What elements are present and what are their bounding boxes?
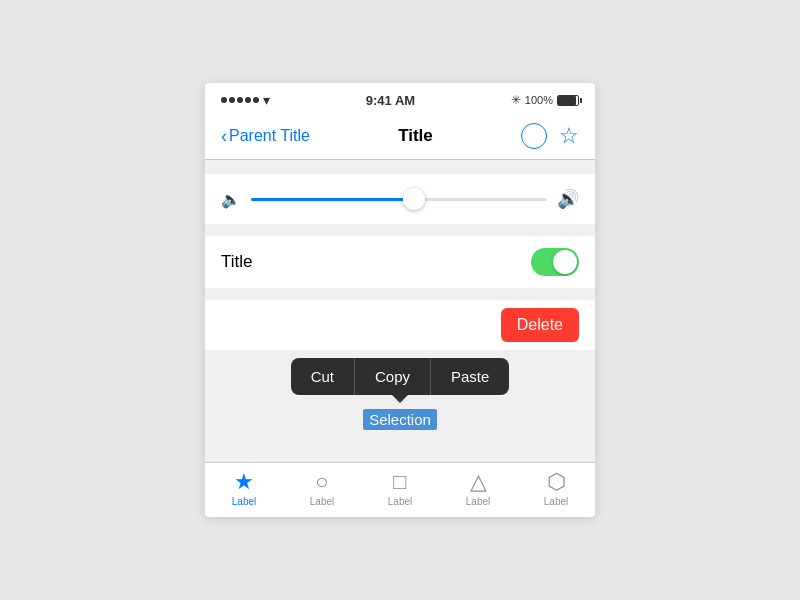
tab-item-4[interactable]: ⬡ Label [517, 471, 595, 507]
tab-icon-0: ★ [234, 471, 254, 493]
tab-label-1: Label [310, 496, 334, 507]
context-menu: Cut Copy Paste [291, 358, 510, 395]
nav-circle-button[interactable] [521, 123, 547, 149]
toggle-section: Title [205, 236, 595, 288]
slider-fill [251, 198, 414, 201]
slider-thumb[interactable] [403, 188, 425, 210]
phone-container: ▾ 9:41 AM ✳ 100% ‹ Parent Title Title ☆ … [205, 83, 595, 517]
tab-label-3: Label [466, 496, 490, 507]
tab-item-1[interactable]: ○ Label [283, 471, 361, 507]
tab-item-0[interactable]: ★ Label [205, 471, 283, 507]
volume-slider[interactable] [251, 189, 547, 209]
tab-icon-4: ⬡ [547, 471, 566, 493]
battery-icon [557, 95, 579, 106]
volume-max-icon: 🔊 [557, 188, 579, 210]
bluetooth-icon: ✳ [511, 93, 521, 107]
signal-dots [221, 97, 259, 103]
nav-star-button[interactable]: ☆ [559, 125, 579, 147]
nav-actions: ☆ [521, 123, 579, 149]
tab-icon-3: △ [470, 471, 487, 493]
status-right: ✳ 100% [511, 93, 579, 107]
status-bar: ▾ 9:41 AM ✳ 100% [205, 83, 595, 115]
status-left: ▾ [221, 92, 270, 108]
nav-back-label: Parent Title [229, 127, 310, 145]
content-area: 🔈 🔊 Title Delete [205, 160, 595, 462]
context-menu-area: Cut Copy Paste Selection [205, 358, 595, 448]
nav-back-button[interactable]: ‹ Parent Title [221, 127, 310, 145]
tab-label-4: Label [544, 496, 568, 507]
volume-row: 🔈 🔊 [221, 188, 579, 210]
delete-button[interactable]: Delete [501, 308, 579, 342]
tab-bar: ★ Label ○ Label □ Label △ Label ⬡ Label [205, 462, 595, 517]
context-paste[interactable]: Paste [431, 358, 509, 395]
status-time: 9:41 AM [366, 93, 415, 108]
signal-dot-1 [221, 97, 227, 103]
context-cut[interactable]: Cut [291, 358, 355, 395]
tab-label-0: Label [232, 496, 256, 507]
tab-label-2: Label [388, 496, 412, 507]
toggle-switch[interactable] [531, 248, 579, 276]
wifi-icon: ▾ [263, 92, 270, 108]
context-copy[interactable]: Copy [355, 358, 431, 395]
signal-dot-4 [245, 97, 251, 103]
volume-section: 🔈 🔊 [205, 174, 595, 224]
tab-icon-1: ○ [315, 471, 328, 493]
signal-dot-2 [229, 97, 235, 103]
delete-section: Delete [205, 300, 595, 350]
nav-bar: ‹ Parent Title Title ☆ [205, 115, 595, 160]
toggle-label: Title [221, 252, 253, 272]
battery-fill [558, 96, 576, 105]
delete-text-input[interactable] [213, 308, 501, 342]
signal-dot-3 [237, 97, 243, 103]
signal-dot-5 [253, 97, 259, 103]
back-chevron-icon: ‹ [221, 127, 227, 145]
toggle-knob [553, 250, 577, 274]
tab-item-3[interactable]: △ Label [439, 471, 517, 507]
slider-track [251, 198, 547, 201]
tab-item-2[interactable]: □ Label [361, 471, 439, 507]
selection-area: Selection [363, 405, 437, 436]
selected-text: Selection [363, 409, 437, 430]
battery-percent: 100% [525, 94, 553, 106]
nav-title: Title [398, 126, 433, 146]
volume-min-icon: 🔈 [221, 190, 241, 209]
tab-icon-2: □ [393, 471, 406, 493]
